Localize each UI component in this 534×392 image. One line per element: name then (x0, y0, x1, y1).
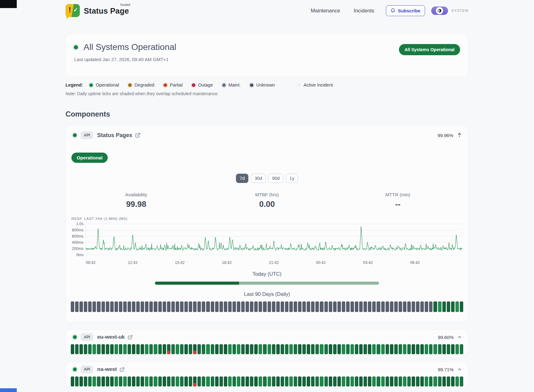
uptime-day-tick[interactable] (386, 301, 389, 312)
uptime-day-tick[interactable] (359, 344, 363, 354)
uptime-day-tick[interactable] (88, 301, 92, 312)
uptime-day-tick[interactable] (206, 344, 210, 354)
uptime-day-tick[interactable] (416, 376, 419, 386)
uptime-day-tick[interactable] (311, 301, 315, 312)
uptime-day-tick[interactable] (128, 376, 131, 386)
uptime-day-tick[interactable] (285, 344, 288, 354)
uptime-day-tick[interactable] (141, 301, 144, 312)
uptime-day-tick[interactable] (241, 344, 245, 354)
uptime-day-tick[interactable] (110, 301, 114, 312)
uptime-day-tick[interactable] (197, 376, 201, 386)
uptime-day-tick[interactable] (254, 376, 258, 386)
uptime-day-tick[interactable] (202, 376, 205, 386)
uptime-day-tick[interactable] (386, 344, 389, 354)
uptime-day-tick[interactable] (329, 301, 332, 312)
uptime-day-tick[interactable] (412, 376, 415, 386)
uptime-day-tick[interactable] (259, 301, 262, 312)
uptime-day-tick[interactable] (333, 344, 337, 354)
uptime-day-tick[interactable] (119, 301, 122, 312)
uptime-day-tick[interactable] (268, 344, 271, 354)
uptime-day-tick[interactable] (324, 344, 328, 354)
uptime-day-tick[interactable] (320, 301, 323, 312)
uptime-day-tick[interactable] (420, 301, 424, 312)
uptime-day-tick[interactable] (294, 301, 297, 312)
uptime-day-tick[interactable] (433, 344, 437, 354)
uptime-day-tick[interactable] (342, 376, 345, 386)
uptime-day-tick[interactable] (355, 376, 358, 386)
component-name-link[interactable]: eu-west-uk (97, 334, 125, 340)
uptime-day-tick[interactable] (447, 344, 450, 354)
uptime-day-tick[interactable] (97, 376, 100, 386)
uptime-day-tick[interactable] (433, 376, 437, 386)
uptime-day-tick[interactable] (276, 301, 280, 312)
uptime-day-tick[interactable] (311, 344, 315, 354)
uptime-day-tick[interactable] (193, 344, 197, 354)
subscribe-button[interactable]: Subscribe (386, 5, 425, 16)
uptime-day-tick[interactable] (171, 376, 175, 386)
uptime-day-tick[interactable] (368, 344, 371, 354)
uptime-day-tick[interactable] (246, 301, 249, 312)
uptime-day-tick[interactable] (460, 344, 463, 354)
uptime-day-tick[interactable] (407, 301, 411, 312)
uptime-day-tick[interactable] (438, 301, 441, 312)
uptime-day-tick[interactable] (215, 301, 219, 312)
uptime-day-tick[interactable] (359, 376, 363, 386)
uptime-day-tick[interactable] (451, 344, 455, 354)
uptime-day-tick[interactable] (228, 344, 232, 354)
uptime-day-tick[interactable] (351, 376, 354, 386)
uptime-day-tick[interactable] (399, 301, 402, 312)
uptime-day-tick[interactable] (420, 376, 424, 386)
uptime-day-tick[interactable] (115, 344, 118, 354)
uptime-day-tick[interactable] (263, 344, 266, 354)
uptime-day-tick[interactable] (381, 344, 385, 354)
uptime-day-tick[interactable] (346, 344, 350, 354)
uptime-day-tick[interactable] (254, 344, 258, 354)
uptime-day-tick[interactable] (102, 376, 105, 386)
uptime-day-tick[interactable] (71, 376, 74, 386)
nav-item-incidents[interactable]: Incidents (354, 8, 374, 14)
uptime-day-tick[interactable] (416, 344, 419, 354)
uptime-day-tick[interactable] (237, 301, 240, 312)
uptime-day-tick[interactable] (102, 344, 105, 354)
uptime-day-tick[interactable] (123, 376, 127, 386)
uptime-day-tick[interactable] (254, 301, 258, 312)
component-name-link[interactable]: Status Pages (97, 132, 132, 139)
uptime-day-tick[interactable] (289, 376, 293, 386)
uptime-day-tick[interactable] (228, 301, 232, 312)
uptime-day-tick[interactable] (268, 376, 271, 386)
uptime-day-tick[interactable] (128, 344, 131, 354)
uptime-day-tick[interactable] (399, 344, 402, 354)
uptime-day-tick[interactable] (88, 344, 92, 354)
uptime-day-tick[interactable] (294, 344, 297, 354)
uptime-day-tick[interactable] (233, 301, 236, 312)
uptime-day-tick[interactable] (372, 301, 376, 312)
uptime-day-tick[interactable] (442, 301, 446, 312)
uptime-day-tick[interactable] (149, 344, 153, 354)
uptime-day-tick[interactable] (106, 301, 109, 312)
uptime-day-tick[interactable] (289, 344, 293, 354)
uptime-day-tick[interactable] (377, 301, 380, 312)
uptime-day-tick[interactable] (145, 376, 148, 386)
external-link-icon[interactable] (135, 133, 140, 138)
uptime-day-tick[interactable] (429, 376, 432, 386)
uptime-day-tick[interactable] (329, 344, 332, 354)
uptime-day-tick[interactable] (289, 301, 293, 312)
uptime-day-tick[interactable] (377, 344, 380, 354)
uptime-day-tick[interactable] (176, 376, 179, 386)
uptime-day-tick[interactable] (211, 301, 214, 312)
uptime-day-tick[interactable] (294, 376, 297, 386)
uptime-day-tick[interactable] (394, 301, 398, 312)
uptime-day-tick[interactable] (206, 376, 210, 386)
uptime-day-tick[interactable] (141, 376, 144, 386)
uptime-day-tick[interactable] (163, 376, 166, 386)
uptime-day-tick[interactable] (189, 344, 192, 354)
uptime-day-tick[interactable] (455, 344, 459, 354)
uptime-day-tick[interactable] (442, 376, 446, 386)
uptime-day-tick[interactable] (237, 344, 240, 354)
uptime-day-tick[interactable] (102, 301, 105, 312)
uptime-day-tick[interactable] (250, 344, 253, 354)
uptime-day-tick[interactable] (429, 301, 432, 312)
uptime-day-tick[interactable] (259, 376, 262, 386)
uptime-day-tick[interactable] (451, 376, 455, 386)
uptime-day-tick[interactable] (302, 344, 306, 354)
